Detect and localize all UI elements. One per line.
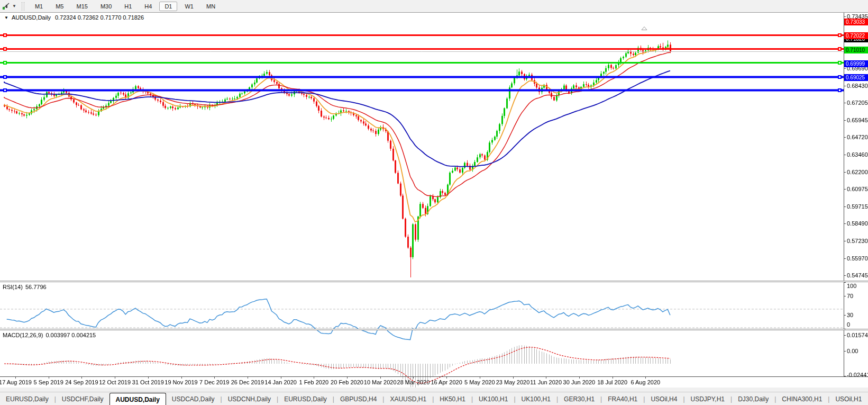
hline-price-tag[interactable]: 0.72022 <box>844 32 868 39</box>
price-axis-tick-label: 0.57230 <box>847 238 868 244</box>
chart-tab-audusd-daily[interactable]: AUDUSD,Daily <box>109 393 166 405</box>
timeframe-button-m5[interactable]: M5 <box>50 2 69 11</box>
price-axis-tick-label: 0.68430 <box>847 83 868 89</box>
chart-tab-usdchf-daily[interactable]: USDCHF,Daily <box>56 392 109 405</box>
pane-splitter-macd[interactable] <box>0 329 868 330</box>
price-axis-tick <box>844 258 846 259</box>
time-axis-label: 10 Mar 2020 <box>364 379 397 385</box>
time-axis-tick <box>380 377 381 379</box>
line-studies-icon <box>2 2 11 11</box>
time-axis-tick <box>81 377 82 379</box>
rsi-axis-tick <box>844 315 846 316</box>
chart-tab-bar: EURUSD,Daily|USDCHF,DailyAUDUSD,DailyUSD… <box>0 392 868 405</box>
time-axis-label: 11 Jun 2020 <box>530 379 562 385</box>
hline-price-tag[interactable]: 0.69999 <box>844 60 868 67</box>
time-axis-label: 31 Oct 2019 <box>132 379 164 385</box>
price-axis-tick <box>844 103 846 103</box>
timeframe-button-m30[interactable]: M30 <box>95 2 117 11</box>
time-axis-label: 23 May 2020 <box>496 379 530 385</box>
time-axis-label: 19 Nov 2019 <box>165 379 197 385</box>
timeframe-button-w1[interactable]: W1 <box>179 2 199 11</box>
price-axis-tick <box>844 120 846 121</box>
chart-title: ▼AUDUSD,Daily0.72324 0.72362 0.71770 0.7… <box>4 14 146 21</box>
price-axis-tick <box>844 68 846 69</box>
chart-tab-usdcad-daily[interactable]: USDCAD,Daily <box>166 392 221 405</box>
price-axis-tick-label: 0.62200 <box>847 169 868 175</box>
rsi-axis-tick <box>844 282 846 283</box>
timeframe-button-d1[interactable]: D1 <box>159 2 177 11</box>
macd-axis-tick <box>844 335 846 336</box>
chart-tab-xauusd-h1[interactable]: XAUUSD,H1 <box>384 392 432 405</box>
chart-tab-usoil-h1[interactable]: USOil,H1 <box>829 392 867 405</box>
time-axis-label: 24 Sep 2019 <box>65 379 98 385</box>
chart-tab-uk100-h1[interactable]: UK100,H1 <box>473 392 514 405</box>
time-axis-tick <box>613 377 613 379</box>
time-axis-tick <box>413 377 414 379</box>
time-axis-tick <box>214 377 215 379</box>
chart-tab-eurusd-daily[interactable]: EURUSD,Daily <box>0 392 54 405</box>
timeframe-button-m15[interactable]: M15 <box>71 2 93 11</box>
macd-pane-label: MACD(12,26,9)0.003997 0.004215 <box>3 332 96 338</box>
hline-price-tag[interactable]: 0.73033 <box>844 19 868 25</box>
chart-window <box>0 12 868 388</box>
chart-tab-gbpusd-h4[interactable]: GBPUSD,H4 <box>334 392 382 405</box>
price-axis-tick <box>844 275 846 276</box>
chart-tab-uk100-h1[interactable]: UK100,H1 <box>516 392 556 405</box>
price-axis-tick <box>844 16 846 17</box>
chart-tab-ger30-h1[interactable]: GER30,H1 <box>558 392 600 405</box>
time-axis-label: 6 Aug 2020 <box>631 379 660 385</box>
macd-axis-tick <box>844 376 846 376</box>
price-axis-tick <box>844 172 846 173</box>
chart-tab-hk50-h1[interactable]: HK50,H1 <box>434 392 471 405</box>
timeframe-button-m1[interactable]: M1 <box>30 2 48 11</box>
time-axis-tick <box>115 377 115 379</box>
price-axis-tick-label: 0.54745 <box>847 272 868 278</box>
price-axis-tick-label: 0.67205 <box>847 100 868 106</box>
chart-tab-usdcnh-daily[interactable]: USDCNH,Daily <box>222 392 277 405</box>
chart-tab-china300-h1[interactable]: CHINA300,H1 <box>776 392 828 405</box>
macd-axis-label: -0.024412 <box>847 372 868 378</box>
chart-tab-usdjpy-h1[interactable]: USDJPY,H1 <box>685 392 730 405</box>
time-axis-label: 17 Aug 2019 <box>0 379 32 385</box>
chart-ohlc-readout: 0.72324 0.72362 0.71770 0.71826 <box>55 14 144 21</box>
chart-symbol-label: AUDUSD,Daily <box>12 14 51 21</box>
hline-price-tag[interactable]: 0.69025 <box>844 74 868 81</box>
rsi-axis-label: 0 <box>847 321 850 328</box>
price-axis-tick <box>844 86 846 86</box>
timeframe-button-mn[interactable]: MN <box>201 2 221 11</box>
price-axis-tick <box>844 189 846 190</box>
chart-tab-fra40-h1[interactable]: FRA40,H1 <box>602 392 643 405</box>
rsi-axis-label: 30 <box>847 312 853 318</box>
timeframe-button-h1[interactable]: H1 <box>119 2 137 11</box>
price-axis-tick-label: 0.58490 <box>847 220 868 227</box>
chart-tab-usoil-h4[interactable]: USOil,H4 <box>645 392 683 405</box>
time-axis-label: 1 Feb 2020 <box>299 379 328 385</box>
time-axis-label: 30 Jun 2020 <box>563 379 596 385</box>
time-axis-tick <box>645 377 646 379</box>
time-axis-label: 5 Sep 2019 <box>34 379 63 385</box>
chart-tab-dj30-daily[interactable]: DJ30,Daily <box>732 392 774 405</box>
price-axis-tick-label: 0.64720 <box>847 134 868 140</box>
price-axis-tick <box>844 223 846 224</box>
rsi-value: 56.7796 <box>25 284 47 290</box>
toolbar-grip[interactable] <box>22 2 24 11</box>
timeframe-toolbar: ▼ M1M5M15M30H1H4D1W1MN <box>0 0 868 13</box>
rsi-label: RSI(14) <box>3 284 23 290</box>
chart-menu-arrow[interactable]: ▼ <box>4 15 8 20</box>
time-axis-label: 12 Oct 2019 <box>99 379 131 385</box>
macd-label: MACD(12,26,9) <box>3 332 43 338</box>
time-axis-tick <box>347 377 348 379</box>
hline-price-tag[interactable]: 0.71010 <box>844 47 868 53</box>
chart-tab-eurusd-daily[interactable]: EURUSD,Daily <box>278 392 333 405</box>
time-axis-tick <box>281 377 281 379</box>
pane-splitter-rsi[interactable] <box>0 281 868 282</box>
chart-canvas[interactable] <box>0 25 844 390</box>
time-axis-line[interactable] <box>0 376 868 377</box>
time-axis-label: 14 Jan 2020 <box>264 379 297 385</box>
time-axis-tick <box>314 377 314 379</box>
line-studies-tool[interactable]: ▼ <box>0 0 19 12</box>
time-axis-tick <box>248 377 248 379</box>
timeframe-button-h4[interactable]: H4 <box>139 2 157 11</box>
time-axis-tick <box>49 377 49 379</box>
tool-dropdown-arrow[interactable]: ▼ <box>12 4 16 8</box>
